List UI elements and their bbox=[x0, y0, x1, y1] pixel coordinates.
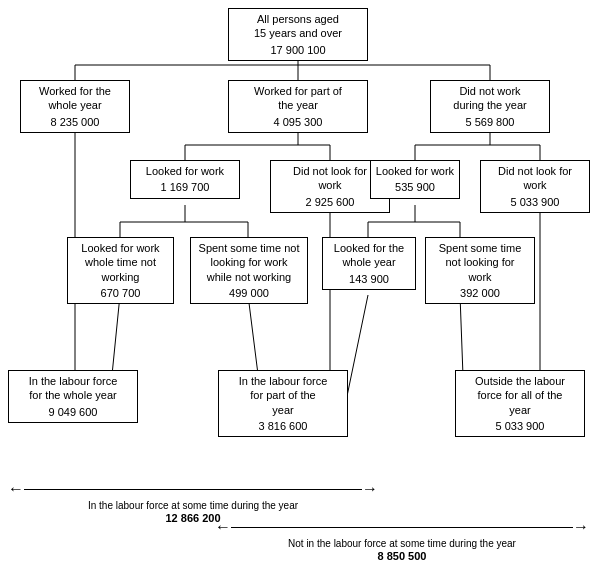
box-labour-part-value: 3 816 600 bbox=[223, 419, 343, 433]
box-spent-some-time-r-value: 392 000 bbox=[430, 286, 530, 300]
box-looked-work-r-label: Looked for work bbox=[376, 165, 454, 177]
box-outside-labour: Outside the labourforce for all of theye… bbox=[455, 370, 585, 437]
box-outside-labour-value: 5 033 900 bbox=[460, 419, 580, 433]
arrow-left2-icon: ← bbox=[215, 518, 231, 536]
box-spent-some-time-l-value: 499 000 bbox=[195, 286, 303, 300]
box-worked-whole: Worked for thewhole year 8 235 000 bbox=[20, 80, 130, 133]
box-looked-whole-time: Looked for workwhole time notworking 670… bbox=[67, 237, 174, 304]
box-spent-some-time-l-label: Spent some time notlooking for workwhile… bbox=[199, 242, 300, 283]
arrow-left-icon: ← bbox=[8, 480, 24, 498]
box-looked-work-l-label: Looked for work bbox=[146, 165, 224, 177]
box-did-not-look-r: Did not look forwork 5 033 900 bbox=[480, 160, 590, 213]
box-root-value: 17 900 100 bbox=[233, 43, 363, 57]
bottom-arrow-left-label: In the labour force at some time during … bbox=[88, 500, 298, 511]
box-did-not-work-value: 5 569 800 bbox=[435, 115, 545, 129]
box-labour-whole: In the labour forcefor the whole year 9 … bbox=[8, 370, 138, 423]
diagram: All persons aged 15 years and over 17 90… bbox=[0, 0, 597, 572]
box-spent-some-time-r: Spent some timenot looking forwork 392 0… bbox=[425, 237, 535, 304]
box-labour-whole-value: 9 049 600 bbox=[13, 405, 133, 419]
box-did-not-work: Did not workduring the year 5 569 800 bbox=[430, 80, 550, 133]
box-did-not-look-r-value: 5 033 900 bbox=[485, 195, 585, 209]
box-looked-whole-year: Looked for thewhole year 143 900 bbox=[322, 237, 416, 290]
arrow-right-icon: → bbox=[362, 480, 378, 498]
box-looked-whole-time-label: Looked for workwhole time notworking bbox=[81, 242, 159, 283]
box-labour-whole-label: In the labour forcefor the whole year bbox=[29, 375, 118, 401]
box-root-label: All persons aged 15 years and over bbox=[254, 13, 342, 39]
bottom-arrow-right: ← → Not in the labour force at some time… bbox=[215, 518, 589, 562]
box-spent-some-time-l: Spent some time notlooking for workwhile… bbox=[190, 237, 308, 304]
box-looked-whole-year-value: 143 900 bbox=[327, 272, 411, 286]
box-did-not-look-l-label: Did not look forwork bbox=[293, 165, 367, 191]
box-looked-work-r: Looked for work 535 900 bbox=[370, 160, 460, 199]
box-worked-part-label: Worked for part ofthe year bbox=[254, 85, 342, 111]
box-worked-whole-value: 8 235 000 bbox=[25, 115, 125, 129]
box-labour-part-label: In the labour forcefor part of theyear bbox=[239, 375, 328, 416]
box-labour-part: In the labour forcefor part of theyear 3… bbox=[218, 370, 348, 437]
box-outside-labour-label: Outside the labourforce for all of theye… bbox=[475, 375, 565, 416]
box-worked-part: Worked for part ofthe year 4 095 300 bbox=[228, 80, 368, 133]
box-root: All persons aged 15 years and over 17 90… bbox=[228, 8, 368, 61]
box-looked-whole-year-label: Looked for thewhole year bbox=[334, 242, 404, 268]
bottom-arrow-right-label: Not in the labour force at some time dur… bbox=[288, 538, 516, 549]
box-looked-work-l: Looked for work 1 169 700 bbox=[130, 160, 240, 199]
bottom-arrow-right-value: 8 850 500 bbox=[378, 550, 427, 562]
arrow-right2-icon: → bbox=[573, 518, 589, 536]
box-spent-some-time-r-label: Spent some timenot looking forwork bbox=[439, 242, 522, 283]
box-did-not-look-l-value: 2 925 600 bbox=[275, 195, 385, 209]
box-looked-work-r-value: 535 900 bbox=[375, 180, 455, 194]
box-looked-work-l-value: 1 169 700 bbox=[135, 180, 235, 194]
box-worked-whole-label: Worked for thewhole year bbox=[39, 85, 111, 111]
box-worked-part-value: 4 095 300 bbox=[233, 115, 363, 129]
box-did-not-work-label: Did not workduring the year bbox=[453, 85, 526, 111]
box-looked-whole-time-value: 670 700 bbox=[72, 286, 169, 300]
box-did-not-look-r-label: Did not look forwork bbox=[498, 165, 572, 191]
bottom-arrow-left-value: 12 866 200 bbox=[165, 512, 220, 524]
